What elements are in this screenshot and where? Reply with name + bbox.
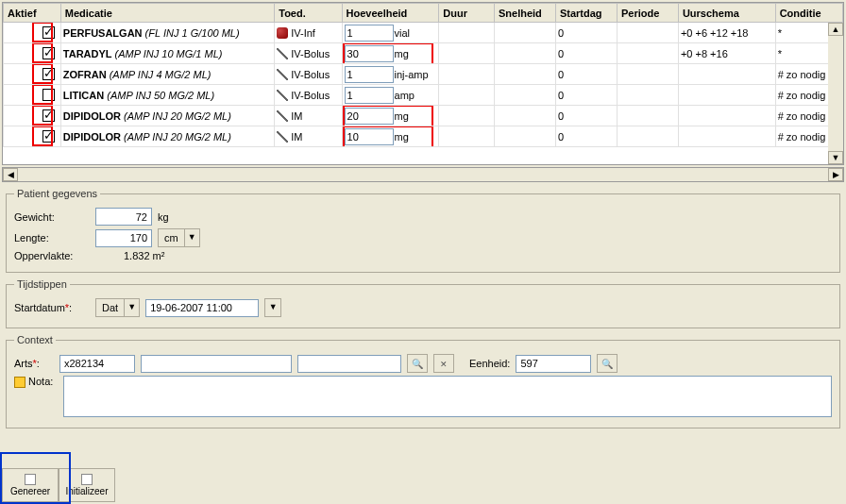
- document-icon: [25, 474, 36, 485]
- aktief-checkbox[interactable]: [42, 68, 55, 80]
- col-conditie[interactable]: Conditie: [775, 4, 842, 23]
- arts-clear-button[interactable]: [433, 354, 454, 373]
- scroll-left-icon[interactable]: ◀: [3, 168, 18, 181]
- arts-name-input[interactable]: [141, 355, 292, 373]
- startdatum-type-select[interactable]: Dat ▼: [95, 298, 140, 317]
- eenheid-search-button[interactable]: [597, 354, 618, 373]
- col-aktief[interactable]: Aktief: [4, 4, 61, 23]
- horizontal-scrollbar[interactable]: ◀ ▶: [2, 167, 844, 182]
- medication-cell: PERFUSALGAN (FL INJ 1 G/100 ML): [60, 23, 274, 43]
- genereer-button[interactable]: Genereer: [2, 468, 59, 502]
- medication-table: Aktief Medicatie Toed. Hoeveelheid Duur …: [3, 3, 843, 147]
- aktief-checkbox[interactable]: [42, 89, 55, 101]
- toediening-cell: IV-Bolus: [275, 85, 342, 106]
- quantity-input[interactable]: [345, 25, 394, 42]
- quantity-input[interactable]: [345, 87, 394, 104]
- snelheid-cell: [494, 64, 555, 85]
- quantity-input[interactable]: [345, 128, 394, 145]
- toediening-cell: IM: [275, 126, 342, 147]
- document-icon: [81, 474, 93, 485]
- scroll-up-icon[interactable]: ▲: [828, 23, 843, 36]
- arts-search-button[interactable]: [407, 354, 428, 373]
- periode-cell: [617, 64, 678, 85]
- quantity-unit: inj-amp: [395, 69, 429, 80]
- col-uurschema[interactable]: Uurschema: [678, 4, 775, 23]
- quantity-unit: mg: [395, 131, 425, 143]
- quantity-input[interactable]: [345, 45, 394, 62]
- table-row[interactable]: LITICAN (AMP INJ 50 MG/2 ML)IV-Bolusamp0…: [4, 85, 843, 106]
- col-medicatie[interactable]: Medicatie: [60, 4, 274, 23]
- nota-label: Nota:: [14, 376, 54, 388]
- binoculars-icon: [601, 359, 613, 369]
- medication-cell: LITICAN (AMP INJ 50 MG/2 ML): [60, 85, 274, 106]
- tijdstippen-legend: Tijdstippen: [14, 278, 70, 290]
- hoeveelheid-cell: mg: [342, 126, 439, 147]
- vertical-scrollbar[interactable]: ▲ ▼: [828, 23, 843, 164]
- quantity-unit: mg: [395, 48, 425, 59]
- hoeveelheid-cell: inj-amp: [342, 64, 439, 85]
- quantity-input[interactable]: [345, 108, 394, 125]
- iv-bag-icon: [277, 27, 288, 39]
- initializeer-button[interactable]: Initializeer: [59, 468, 115, 502]
- aktief-checkbox[interactable]: [42, 109, 55, 122]
- hoeveelheid-cell: amp: [342, 85, 439, 106]
- startdag-cell: 0: [555, 43, 617, 64]
- clear-icon: [440, 359, 448, 369]
- gewicht-input[interactable]: [95, 208, 152, 226]
- duur-cell: [439, 106, 495, 126]
- periode-cell: [617, 43, 678, 64]
- col-duur[interactable]: Duur: [439, 4, 495, 23]
- duur-cell: [439, 126, 495, 147]
- syringe-icon: [277, 131, 288, 143]
- table-row[interactable]: DIPIDOLOR (AMP INJ 20 MG/2 ML)IMmg0# zo …: [4, 126, 843, 147]
- scroll-down-icon[interactable]: ▼: [828, 151, 843, 164]
- tijdstippen-fieldset: Tijdstippen Startdatum*: Dat ▼ ▼: [6, 278, 840, 328]
- lengte-unit-select[interactable]: cm ▼: [158, 228, 200, 247]
- col-periode[interactable]: Periode: [617, 4, 678, 23]
- eenheid-label: Eenheid:: [469, 358, 510, 369]
- table-row[interactable]: PERFUSALGAN (FL INJ 1 G/100 ML)IV-Infvia…: [4, 23, 843, 43]
- uurschema-cell: [678, 126, 775, 147]
- table-row[interactable]: TARADYL (AMP INJ 10 MG/1 ML)IV-Bolusmg0+…: [4, 43, 843, 64]
- eenheid-input[interactable]: [516, 355, 591, 373]
- binoculars-icon: [412, 359, 423, 369]
- startdatum-picker[interactable]: ▼: [264, 298, 281, 317]
- arts-code-input[interactable]: [59, 355, 135, 373]
- col-snelheid[interactable]: Snelheid: [494, 4, 555, 23]
- col-hoeveelheid[interactable]: Hoeveelheid: [342, 4, 439, 23]
- startdatum-input[interactable]: [145, 299, 259, 317]
- patient-legend: Patient gegevens: [14, 188, 100, 199]
- col-startdag[interactable]: Startdag: [555, 4, 617, 23]
- arts-label: Arts*:: [14, 358, 54, 369]
- syringe-icon: [277, 90, 288, 101]
- gewicht-unit: kg: [158, 211, 169, 223]
- toediening-cell: IM: [275, 106, 342, 126]
- gewicht-label: Gewicht:: [14, 211, 90, 223]
- quantity-input[interactable]: [345, 66, 394, 83]
- table-row[interactable]: DIPIDOLOR (AMP INJ 20 MG/2 ML)IMmg0# zo …: [4, 106, 843, 126]
- nota-textarea[interactable]: [63, 376, 832, 417]
- aktief-checkbox[interactable]: [42, 26, 55, 39]
- uurschema-cell: [678, 85, 775, 106]
- medication-cell: DIPIDOLOR (AMP INJ 20 MG/2 ML): [60, 126, 274, 147]
- uurschema-cell: [678, 106, 775, 126]
- arts-extra-input[interactable]: [297, 355, 401, 373]
- startdatum-label: Startdatum*:: [14, 302, 90, 313]
- hoeveelheid-cell: mg: [342, 106, 439, 126]
- lengte-input[interactable]: [95, 229, 152, 247]
- startdag-cell: 0: [555, 126, 617, 147]
- startdag-cell: 0: [555, 85, 617, 106]
- context-fieldset: Context Arts*: Eenheid: Nota:: [6, 334, 840, 428]
- aktief-checkbox[interactable]: [42, 130, 55, 143]
- col-toed[interactable]: Toed.: [275, 4, 342, 23]
- aktief-checkbox[interactable]: [42, 47, 55, 59]
- chevron-down-icon: ▼: [184, 229, 199, 246]
- scroll-right-icon[interactable]: ▶: [828, 168, 843, 181]
- snelheid-cell: [494, 106, 555, 126]
- table-row[interactable]: ZOFRAN (AMP INJ 4 MG/2 ML)IV-Bolusinj-am…: [4, 64, 843, 85]
- medication-cell: DIPIDOLOR (AMP INJ 20 MG/2 ML): [60, 106, 274, 126]
- startdag-cell: 0: [555, 23, 617, 43]
- chevron-down-icon: ▼: [265, 299, 280, 316]
- hoeveelheid-cell: mg: [342, 43, 439, 64]
- snelheid-cell: [494, 85, 555, 106]
